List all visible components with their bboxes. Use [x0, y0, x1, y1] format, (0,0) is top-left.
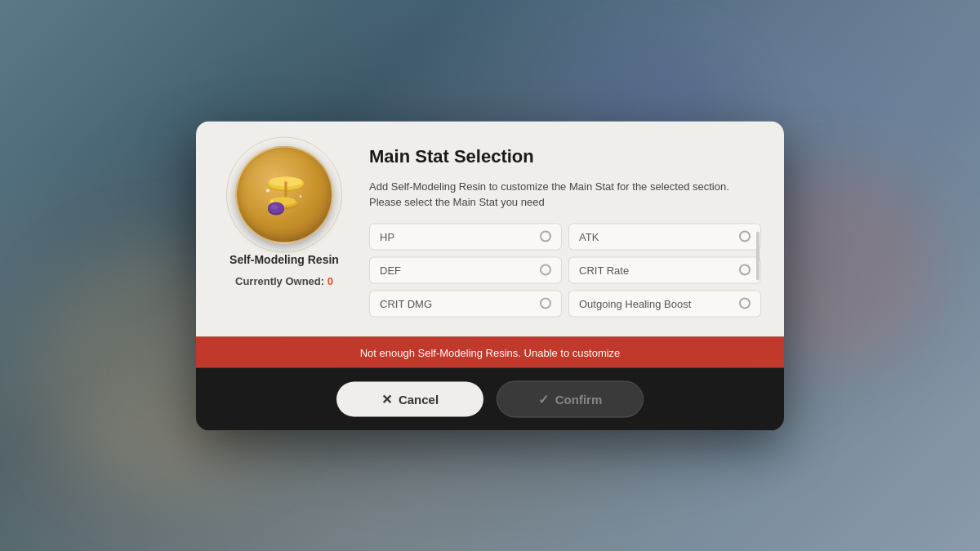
svg-point-7 [268, 203, 284, 215]
modal-content: Self-Modeling Resin Currently Owned: 0 M… [196, 121, 784, 336]
stat-item-crit-rate[interactable]: CRIT Rate [568, 256, 761, 283]
svg-point-4 [268, 199, 297, 209]
stat-item-def[interactable]: DEF [369, 256, 562, 283]
confirm-icon: ✓ [538, 391, 549, 407]
svg-point-8 [268, 202, 284, 213]
svg-point-1 [268, 176, 304, 189]
stat-radio-atk [739, 231, 751, 242]
stat-item-atk[interactable]: ATK [568, 223, 761, 250]
scrollbar[interactable] [756, 231, 760, 280]
cancel-icon: ✕ [381, 391, 392, 407]
stat-label-def: DEF [380, 264, 401, 276]
stat-radio-crit-rate [739, 264, 751, 276]
svg-point-11 [300, 195, 302, 198]
item-icon-circle [235, 145, 333, 243]
item-info-panel: Self-Modeling Resin Currently Owned: 0 [219, 145, 350, 317]
svg-point-10 [266, 189, 270, 192]
stat-radio-healing [739, 298, 751, 309]
error-message: Not enough Self-Modeling Resins. Unable … [360, 346, 621, 358]
svg-point-12 [271, 200, 273, 202]
item-icon-svg [252, 162, 317, 227]
confirm-button[interactable]: ✓ Confirm [497, 380, 644, 417]
stat-label-hp: HP [380, 230, 394, 242]
stat-label-crit-rate: CRIT Rate [579, 264, 629, 276]
modal-footer: ✕ Cancel ✓ Confirm [196, 367, 784, 430]
stat-item-hp[interactable]: HP [369, 223, 562, 250]
stat-item-healing[interactable]: Outgoing Healing Boost [568, 290, 761, 317]
item-name: Self-Modeling Resin [229, 251, 339, 266]
confirm-label: Confirm [555, 392, 603, 406]
svg-point-2 [270, 176, 302, 186]
modal-right-panel: Main Stat Selection Add Self-Modeling Re… [369, 145, 761, 317]
stat-label-healing: Outgoing Healing Boost [579, 297, 691, 309]
stat-radio-def [540, 264, 551, 276]
svg-point-5 [268, 198, 297, 207]
svg-point-6 [270, 197, 296, 205]
item-owned-label: Currently Owned: 0 [235, 274, 333, 287]
stat-radio-crit-dmg [540, 298, 551, 309]
cancel-label: Cancel [399, 392, 439, 406]
stat-label-atk: ATK [579, 230, 599, 242]
modal-title: Main Stat Selection [369, 145, 761, 167]
modal-description: Add Self-Modeling Resin to customize the… [369, 178, 761, 210]
svg-point-9 [271, 204, 278, 209]
stats-wrapper: HP ATK DEF CRIT Rate [369, 223, 761, 317]
stat-label-crit-dmg: CRIT DMG [380, 297, 432, 309]
svg-point-0 [268, 178, 304, 191]
stat-item-crit-dmg[interactable]: CRIT DMG [369, 290, 562, 317]
error-bar: Not enough Self-Modeling Resins. Unable … [196, 336, 784, 367]
stats-grid: HP ATK DEF CRIT Rate [369, 223, 761, 317]
item-owned-count: 0 [327, 274, 333, 287]
cancel-button[interactable]: ✕ Cancel [336, 381, 483, 416]
modal-dialog: Self-Modeling Resin Currently Owned: 0 M… [196, 121, 784, 430]
stat-radio-hp [540, 231, 551, 242]
